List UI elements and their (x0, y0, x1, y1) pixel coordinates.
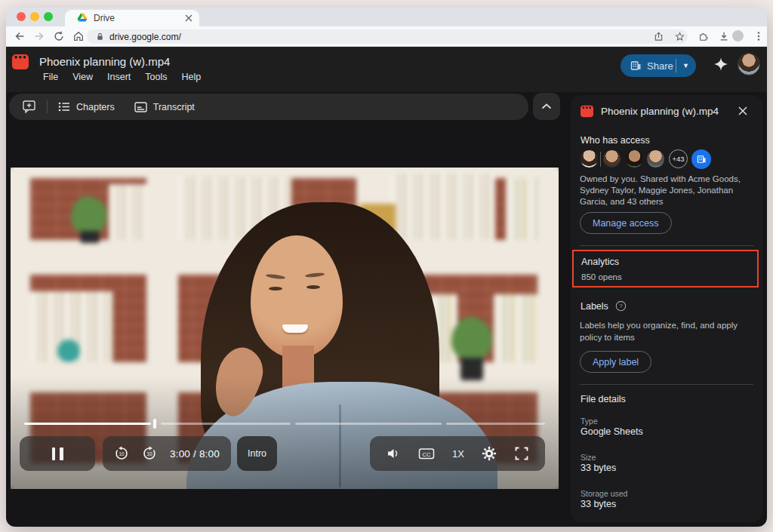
svg-text:?: ? (619, 303, 623, 309)
drive-video-app: Phoenix planning (w).mp4 File View Inser… (6, 47, 767, 527)
organization-share-badge[interactable] (691, 149, 711, 169)
extensions-icon[interactable] (698, 31, 709, 42)
avatar-divider (600, 152, 601, 167)
pause-icon (52, 447, 63, 460)
chapters-list-icon (58, 101, 70, 112)
help-icon[interactable]: ? (615, 300, 627, 312)
account-avatar[interactable] (738, 53, 760, 75)
avatar-collaborator[interactable] (646, 149, 665, 168)
app-header: Phoenix planning (w).mp4 File View Inser… (6, 47, 767, 92)
playhead[interactable] (153, 419, 156, 429)
browser-menu-icon[interactable] (753, 30, 765, 42)
section-divider (580, 245, 753, 246)
avatar-overflow-count[interactable]: +43 (669, 149, 688, 168)
transcript-label: Transcript (153, 102, 195, 112)
captions-icon[interactable]: CC (418, 446, 435, 461)
url-bar[interactable]: drive.google.com/ (87, 29, 688, 44)
browser-window: Drive drive.google.com/ Phoenix planning… (6, 8, 767, 527)
file-detail-label: Size (581, 453, 596, 462)
file-detail-value: 33 bytes (581, 499, 616, 509)
chapters-button[interactable]: Chapters (58, 101, 115, 112)
collapse-toolbar-button[interactable] (533, 93, 560, 120)
bookmark-star-icon[interactable] (675, 32, 685, 42)
downloads-icon[interactable] (719, 31, 729, 42)
playback-speed-button[interactable]: 1X (452, 448, 464, 460)
forward-icon[interactable] (33, 30, 45, 42)
chapter-segment[interactable] (295, 423, 442, 425)
add-comment-icon[interactable] (23, 100, 36, 113)
presenter-face (251, 235, 343, 358)
pause-button[interactable] (20, 436, 95, 471)
progress-bar[interactable] (11, 418, 559, 430)
browser-tab[interactable]: Drive (65, 10, 199, 26)
fullscreen-icon[interactable] (514, 446, 529, 461)
forward-10-icon[interactable]: 10 (142, 446, 157, 461)
svg-text:CC: CC (423, 451, 431, 458)
replay-10-icon[interactable]: 10 (114, 446, 129, 461)
file-detail-label: Storage used (581, 489, 627, 498)
analytics-heading: Analytics (581, 257, 619, 267)
labels-heading: Labels (581, 301, 608, 312)
chapters-label: Chapters (76, 102, 115, 112)
file-detail-label: Type (581, 417, 598, 426)
volume-icon[interactable] (386, 446, 401, 461)
svg-text:10: 10 (119, 451, 125, 457)
browser-profile-avatar[interactable] (732, 30, 744, 42)
toolbar-divider (47, 100, 48, 113)
home-icon[interactable] (72, 30, 85, 42)
macos-close-button[interactable] (17, 12, 26, 21)
video-frame[interactable]: 10 10 3:00 / 8:00 Intro CC 1X (11, 168, 559, 489)
vids-logo (12, 54, 29, 70)
video-bottom-gradient (11, 376, 559, 489)
menu-file[interactable]: File (43, 72, 58, 82)
macos-minimize-button[interactable] (30, 12, 39, 21)
chapter-chip-label: Intro (248, 448, 266, 459)
file-detail-value: 33 bytes (581, 463, 616, 473)
back-icon[interactable] (14, 30, 26, 42)
share-page-icon[interactable] (654, 32, 664, 42)
org-building-icon (630, 60, 642, 71)
tab-title: Drive (94, 13, 115, 23)
player-settings-controls: CC 1X (370, 436, 545, 471)
file-details-heading: File details (581, 394, 626, 404)
menu-tools[interactable]: Tools (145, 72, 167, 82)
transcript-button[interactable]: Transcript (134, 102, 195, 112)
progress-played (24, 423, 151, 425)
reload-icon[interactable] (53, 30, 65, 42)
analytics-highlight-box: Analytics 850 opens (572, 250, 759, 288)
drive-favicon (77, 13, 88, 23)
details-sidebar: Phoenix planning (w).mp4 Who has access … (571, 95, 762, 522)
avatar-collaborator[interactable] (602, 149, 621, 168)
avatar-owner[interactable] (580, 149, 599, 168)
chapter-segment[interactable] (161, 423, 291, 425)
tab-strip: Drive (6, 8, 767, 26)
share-label: Share (647, 60, 673, 72)
share-button-main[interactable]: Share (621, 60, 676, 72)
manage-access-button[interactable]: Manage access (580, 212, 672, 234)
analytics-opens-count: 850 opens (581, 272, 622, 281)
chapter-chip[interactable]: Intro (237, 436, 277, 471)
menu-help[interactable]: Help (181, 72, 201, 82)
share-dropdown-caret[interactable]: ▼ (676, 62, 695, 69)
org-building-icon (697, 155, 707, 164)
sidebar-file-title: Phoenix planning (w).mp4 (601, 106, 729, 117)
close-sidebar-icon[interactable] (737, 105, 749, 117)
section-divider (580, 384, 753, 385)
time-display: 3:00 / 8:00 (170, 448, 220, 460)
menu-insert[interactable]: Insert (107, 72, 131, 82)
transcript-icon (134, 102, 147, 112)
macos-zoom-button[interactable] (44, 12, 53, 21)
gemini-sparkle-icon[interactable] (713, 56, 729, 72)
share-button[interactable]: Share ▼ (621, 54, 696, 77)
settings-gear-icon[interactable] (482, 446, 497, 461)
apply-label-button[interactable]: Apply label (580, 351, 651, 373)
who-has-access-heading: Who has access (581, 135, 650, 146)
menu-view[interactable]: View (72, 72, 93, 82)
tab-close-icon[interactable] (184, 14, 193, 23)
url-text: drive.google.com/ (109, 32, 181, 42)
browser-toolbar: drive.google.com/ (6, 26, 767, 47)
avatar-collaborator[interactable] (625, 149, 644, 168)
sharing-summary: Owned by you. Shared with Acme Goods, Sy… (580, 174, 759, 208)
chapter-segment[interactable] (446, 423, 545, 425)
file-title[interactable]: Phoenix planning (w).mp4 (39, 55, 170, 68)
